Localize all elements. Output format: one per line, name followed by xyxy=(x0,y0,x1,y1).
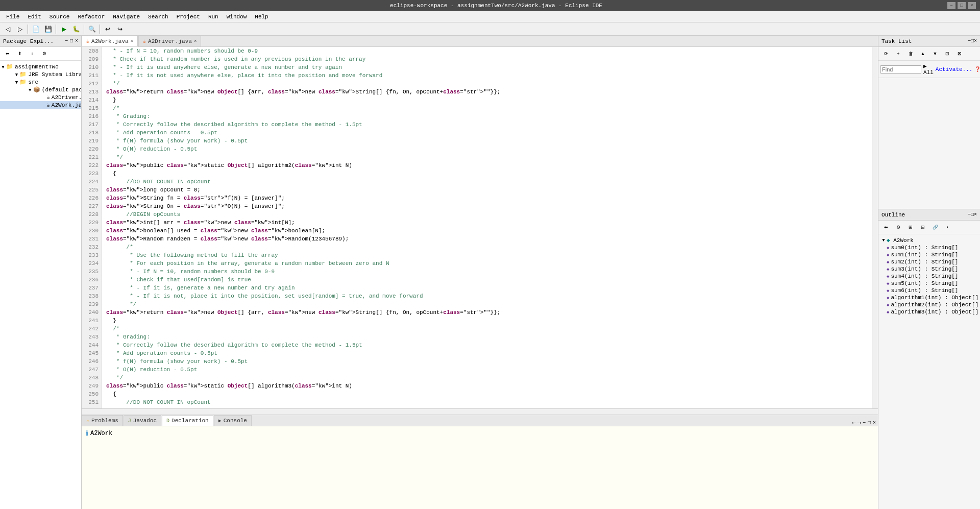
code-line-251: //DO NOT COUNT IN opCount xyxy=(106,398,868,406)
outline-method-label: sum4(int) : String[] xyxy=(891,273,958,279)
code-editor[interactable]: * - If N = 10, random numbers should be … xyxy=(102,47,872,408)
editor-tab-A2Work-java[interactable]: ☕A2Work.java× xyxy=(82,36,138,46)
bottom-maximize-button[interactable]: □ xyxy=(868,420,871,426)
outline-method-sum0-int----String--[interactable]: ◆sum0(int) : String[] xyxy=(878,244,980,251)
outline-toolbar-5[interactable]: 🔗 xyxy=(929,222,941,233)
task-help-icon[interactable]: ❓ xyxy=(974,66,980,72)
menu-item-edit[interactable]: Edit xyxy=(23,13,45,21)
menu-item-project[interactable]: Project xyxy=(173,13,204,21)
outline-method-icon: ◆ xyxy=(887,266,889,272)
outline-method-sum3-int----String--[interactable]: ◆sum3(int) : String[] xyxy=(878,265,980,273)
maximize-button[interactable]: □ xyxy=(958,2,966,9)
outline-close-button[interactable]: × xyxy=(974,212,977,217)
outline-method-sum1-int----String--[interactable]: ◆sum1(int) : String[] xyxy=(878,251,980,258)
task-toolbar-6[interactable]: ⊡ xyxy=(942,48,953,59)
bottom-tab-label-console: Console xyxy=(224,418,247,424)
bottom-close-button[interactable]: × xyxy=(873,420,876,426)
menu-item-help[interactable]: Help xyxy=(251,13,272,21)
code-line-233: * Use the following method to fill the a… xyxy=(106,251,868,259)
minimize-button[interactable]: − xyxy=(947,2,955,9)
outline-method-sum6-int----String--[interactable]: ◆sum6(int) : String[] xyxy=(878,287,980,294)
outline-toolbar-4[interactable]: ⊟ xyxy=(917,222,928,233)
toolbar-run[interactable]: ▶ xyxy=(58,23,69,35)
code-line-244: * Correctly follow the described algorit… xyxy=(106,341,868,349)
code-line-210: * - If it is used anywhere else, generat… xyxy=(106,63,868,71)
toolbar-forward[interactable]: ▷ xyxy=(14,23,26,35)
outline-toolbar-3[interactable]: ⊞ xyxy=(905,222,916,233)
outline-method-sum4-int----String--[interactable]: ◆sum4(int) : String[] xyxy=(878,273,980,280)
menu-item-file[interactable]: File xyxy=(2,13,23,21)
pkg-minimize-button[interactable]: − xyxy=(65,38,68,44)
code-line-231: class="kw">Random randGen = class="kw">n… xyxy=(106,235,868,243)
tree-item-JRE-System-Library--jdk-1---[interactable]: ▼📁JRE System Library [jdk-1... xyxy=(0,70,81,78)
outline-class-a2work[interactable]: ▼◆ A2Work xyxy=(878,236,980,244)
task-toolbar-1[interactable]: ⟳ xyxy=(880,48,892,59)
toolbar-save[interactable]: 💾 xyxy=(42,23,54,35)
package-explorer-header: Package Expl... − □ × xyxy=(0,36,81,47)
toolbar-search[interactable]: 🔍 xyxy=(86,23,97,35)
tree-label: assignmentTwo xyxy=(15,64,59,70)
tab-close-A2Driver.java[interactable]: × xyxy=(194,39,197,44)
outline-toolbar-6[interactable]: • xyxy=(942,222,953,233)
tree-item-src[interactable]: ▼📁src xyxy=(0,78,81,86)
tree-label: (default package) xyxy=(42,87,81,93)
editor-hscrollbar[interactable] xyxy=(82,408,878,415)
toolbar-back[interactable]: ◁ xyxy=(2,23,13,35)
toolbar-new[interactable]: 📄 xyxy=(30,23,41,35)
bottom-minimize-button[interactable]: − xyxy=(863,420,866,426)
task-filter-all[interactable]: ▶ All xyxy=(923,63,934,76)
editor-tab-A2Driver-java[interactable]: ☕A2Driver.java× xyxy=(138,36,201,46)
pkg-close-button[interactable]: × xyxy=(75,38,78,44)
outline-method-algorithm2-int----Object--[interactable]: ◆algorithm2(int) : Object[] xyxy=(878,301,980,308)
tree-item-assignmentTwo[interactable]: ▼📁assignmentTwo xyxy=(0,63,81,70)
task-toolbar-5[interactable]: ▼ xyxy=(929,48,941,59)
pkg-toolbar-3[interactable]: ↕ xyxy=(27,48,38,59)
bottom-forward-button[interactable]: ⟶ xyxy=(857,420,861,426)
task-find-bar: ▶ All Activate... ❓ xyxy=(878,61,980,78)
outline-method-algorithm1-int----Object--[interactable]: ◆algorithm1(int) : Object[] xyxy=(878,294,980,301)
pkg-toolbar-1[interactable]: ⬅ xyxy=(2,48,13,59)
task-toolbar-2[interactable]: + xyxy=(893,48,904,59)
toolbar-undo[interactable]: ↩ xyxy=(102,23,113,35)
menu-item-navigate[interactable]: Navigate xyxy=(109,13,144,21)
outline-method-sum2-int----String--[interactable]: ◆sum2(int) : String[] xyxy=(878,258,980,265)
outline-panel: Outline − □ × ⬅ ⚙ ⊞ ⊟ 🔗 • ▼◆ A2Work◆sum0… xyxy=(878,209,980,509)
outline-toolbar-2[interactable]: ⚙ xyxy=(893,222,904,233)
code-line-245: * Add operation counts - 0.5pt xyxy=(106,349,868,357)
task-empty-message xyxy=(880,80,978,90)
tab-close-A2Work.java[interactable]: × xyxy=(131,39,133,44)
tree-arrow: ▼ xyxy=(27,88,33,93)
toolbar-redo[interactable]: ↪ xyxy=(114,23,126,35)
pkg-toolbar-4[interactable]: ⚙ xyxy=(39,48,50,59)
menu-item-run[interactable]: Run xyxy=(204,13,223,21)
outline-method-algorithm3-int----Object--[interactable]: ◆algorithm3(int) : Object[] xyxy=(878,308,980,316)
close-button[interactable]: × xyxy=(968,2,976,9)
task-toolbar-4[interactable]: ▲ xyxy=(917,48,928,59)
menu-item-refactor[interactable]: Refactor xyxy=(74,13,109,21)
code-line-223: { xyxy=(106,169,868,178)
outline-toolbar-1[interactable]: ⬅ xyxy=(880,222,892,233)
code-area[interactable]: 2082092102112122132142152162172182192202… xyxy=(82,47,878,408)
tree-item-A2Work-java[interactable]: ☕A2Work.java xyxy=(0,101,81,109)
tree-item--default-package-[interactable]: ▼📦(default package) xyxy=(0,86,81,93)
task-close-button[interactable]: × xyxy=(974,38,977,44)
bottom-tab-console[interactable]: ▶Console xyxy=(214,415,252,426)
toolbar-debug[interactable]: 🐛 xyxy=(70,23,82,35)
menu-item-search[interactable]: Search xyxy=(144,13,173,21)
pkg-toolbar-2[interactable]: ⬆ xyxy=(14,48,26,59)
task-activate-button[interactable]: Activate... xyxy=(936,66,973,72)
bottom-tab-javadoc[interactable]: JJavadoc xyxy=(124,415,161,426)
task-find-input[interactable] xyxy=(880,65,921,74)
task-toolbar-7[interactable]: ⊠ xyxy=(954,48,965,59)
menu-item-source[interactable]: Source xyxy=(45,13,74,21)
tree-item-A2Driver-java[interactable]: ☕A2Driver.java xyxy=(0,93,81,101)
bottom-tab-problems[interactable]: ⚠Problems xyxy=(82,415,123,426)
outline-method-sum5-int----String--[interactable]: ◆sum5(int) : String[] xyxy=(878,280,980,287)
bottom-tab-declaration[interactable]: DDeclaration xyxy=(162,415,213,426)
pkg-maximize-button[interactable]: □ xyxy=(70,38,73,44)
bottom-back-button[interactable]: ⟵ xyxy=(852,420,855,426)
menu-item-window[interactable]: Window xyxy=(223,13,251,21)
editor-vscrollbar[interactable] xyxy=(872,47,878,408)
tree-label: src xyxy=(28,79,38,85)
task-toolbar-3[interactable]: 🗑 xyxy=(905,48,916,59)
